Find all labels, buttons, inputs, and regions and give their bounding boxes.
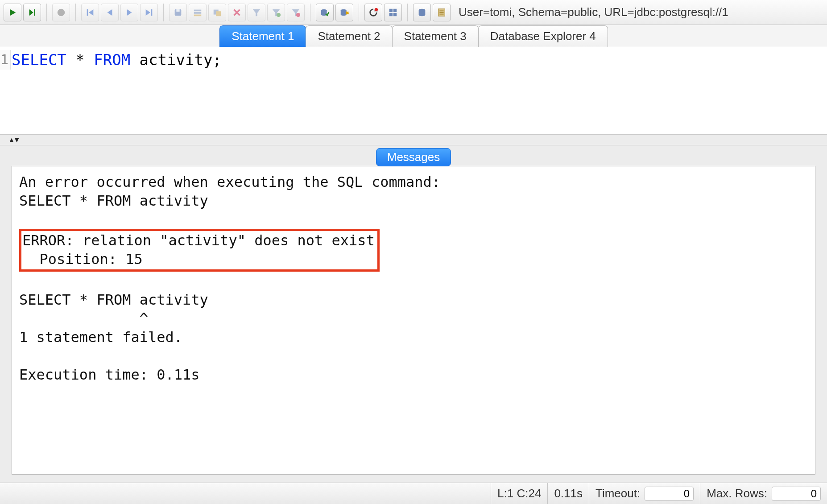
error-highlight: ERROR: relation "activity" does not exis… (19, 229, 380, 272)
commit-button[interactable] (316, 4, 334, 21)
svg-rect-14 (194, 14, 202, 16)
cursor-position: L:1 C:24 (491, 483, 548, 504)
svg-point-3 (58, 8, 65, 16)
line-number: 1 (0, 50, 11, 70)
filter-clear-icon (291, 8, 301, 17)
svg-marker-1 (29, 9, 33, 16)
first-record-icon (85, 8, 95, 17)
run-icon (8, 8, 17, 17)
db-rollback-icon (339, 8, 349, 17)
svg-point-31 (375, 8, 378, 11)
next-record-button[interactable] (120, 4, 138, 21)
filter-add-icon (271, 8, 281, 17)
run-cursor-button[interactable] (23, 4, 41, 21)
save-icon (173, 8, 183, 17)
svg-rect-9 (151, 9, 153, 16)
sql-editor[interactable]: 1 SELECT * FROM activity; (0, 47, 827, 134)
messages-tab[interactable]: Messages (376, 148, 451, 166)
insert-row-icon (193, 8, 203, 17)
copy-row-icon (212, 8, 222, 17)
svg-rect-4 (87, 9, 88, 16)
filter-add-button[interactable] (267, 4, 285, 21)
status-spacer (0, 483, 491, 504)
connection-info: User=tomi, Schema=public, URL=jdbc:postg… (459, 5, 823, 19)
svg-rect-35 (393, 12, 397, 16)
svg-rect-13 (194, 12, 202, 14)
toolbar: User=tomi, Schema=public, URL=jdbc:postg… (0, 0, 827, 25)
timeout-label: Timeout: (595, 487, 640, 500)
filter-icon (252, 8, 261, 17)
db-browser-button[interactable] (413, 4, 431, 21)
prev-record-button[interactable] (101, 4, 119, 21)
sql-code: SELECT * FROM activity; (11, 50, 222, 70)
svg-marker-8 (146, 9, 150, 16)
svg-rect-11 (176, 9, 179, 12)
filter-clear-button[interactable] (287, 4, 305, 21)
last-record-icon (144, 8, 154, 17)
messages-panel: Messages An error occurred when executin… (0, 145, 827, 483)
save-button[interactable] (169, 4, 187, 21)
tab-statement-2[interactable]: Statement 2 (306, 25, 392, 47)
db-commit-icon (320, 8, 330, 17)
statement-tabs: Statement 1 Statement 2 Statement 3 Data… (0, 25, 827, 47)
maxrows-field: Max. Rows: (700, 483, 827, 504)
next-record-icon (124, 8, 134, 17)
tab-statement-1[interactable]: Statement 1 (219, 25, 306, 47)
prev-record-icon (105, 8, 115, 17)
msg-line-intro: An error occurred when executing the SQL… (19, 174, 440, 190)
status-bar: L:1 C:24 0.11s Timeout: Max. Rows: (0, 483, 827, 504)
msg-line-sql: SELECT * FROM activity (19, 192, 208, 209)
reconnect-button[interactable] (364, 4, 382, 21)
svg-marker-0 (10, 9, 16, 16)
exec-time: 0.11s (548, 483, 589, 504)
msg-line-sql2: SELECT * FROM activity (19, 291, 208, 308)
db-form-button[interactable] (433, 4, 451, 21)
svg-point-23 (296, 12, 300, 17)
insert-row-button[interactable] (189, 4, 207, 21)
svg-rect-33 (393, 8, 397, 12)
msg-line-exectime: Execution time: 0.11s (19, 366, 200, 383)
db-form-icon (437, 8, 447, 17)
stop-icon (56, 8, 66, 17)
msg-caret: ^ (19, 310, 148, 327)
svg-marker-6 (108, 9, 112, 16)
layout-icon (388, 8, 398, 17)
tab-database-explorer[interactable]: Database Explorer 4 (478, 25, 608, 47)
maxrows-label: Max. Rows: (707, 487, 767, 500)
timeout-field: Timeout: (589, 483, 700, 504)
svg-rect-2 (34, 9, 35, 16)
svg-point-29 (341, 13, 347, 16)
run-button[interactable] (4, 4, 21, 21)
svg-rect-16 (216, 11, 221, 16)
last-record-button[interactable] (140, 4, 158, 21)
timeout-input[interactable] (645, 487, 694, 501)
layout-button[interactable] (384, 4, 402, 21)
svg-rect-32 (389, 8, 393, 12)
copy-row-button[interactable] (208, 4, 226, 21)
rollback-button[interactable] (335, 4, 353, 21)
delete-row-icon (232, 8, 242, 17)
reconnect-icon (368, 8, 378, 17)
svg-rect-12 (194, 9, 202, 11)
svg-marker-7 (127, 9, 132, 16)
msg-line-failed: 1 statement failed. (19, 329, 182, 346)
svg-point-38 (419, 13, 426, 16)
svg-marker-19 (253, 9, 261, 16)
pane-splitter[interactable]: ▲▼ (0, 134, 827, 145)
tab-statement-3[interactable]: Statement 3 (392, 25, 479, 47)
maxrows-input[interactable] (772, 487, 821, 501)
messages-output[interactable]: An error occurred when executing the SQL… (12, 166, 815, 475)
filter-button[interactable] (248, 4, 265, 21)
delete-row-button[interactable] (228, 4, 246, 21)
svg-rect-34 (389, 12, 393, 16)
db-browser-icon (417, 8, 427, 17)
svg-point-21 (277, 12, 281, 17)
run-cursor-icon (27, 8, 37, 17)
svg-marker-5 (89, 9, 93, 16)
stop-button[interactable] (52, 4, 70, 21)
first-record-button[interactable] (81, 4, 99, 21)
